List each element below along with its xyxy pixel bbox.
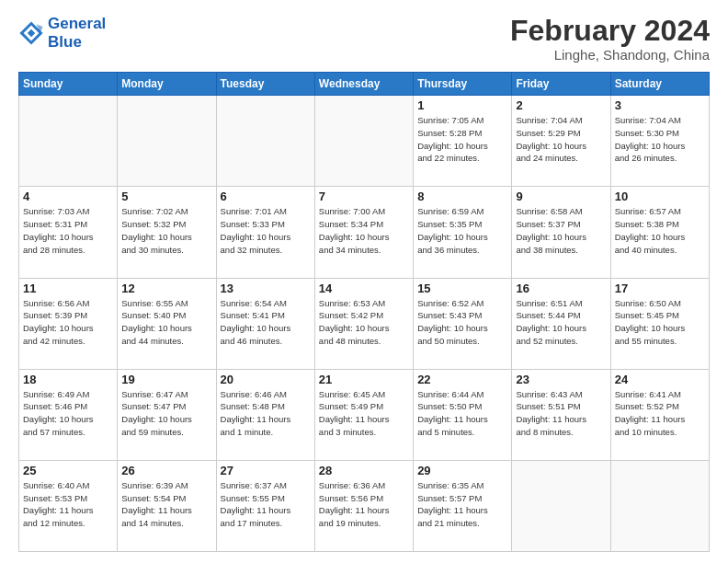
day-of-week-header: Saturday: [610, 73, 709, 96]
day-info: Sunrise: 6:45 AM Sunset: 5:49 PM Dayligh…: [319, 388, 409, 439]
calendar-cell: 1Sunrise: 7:05 AM Sunset: 5:28 PM Daylig…: [414, 96, 512, 187]
calendar-cell: [118, 96, 216, 187]
calendar-cell: [610, 460, 709, 551]
calendar-cell: 8Sunrise: 6:59 AM Sunset: 5:35 PM Daylig…: [414, 187, 512, 278]
page: General Blue February 2024 Linghe, Shand…: [0, 0, 728, 563]
calendar-week-row: 11Sunrise: 6:56 AM Sunset: 5:39 PM Dayli…: [19, 278, 710, 369]
day-info: Sunrise: 6:53 AM Sunset: 5:42 PM Dayligh…: [319, 297, 409, 348]
day-info: Sunrise: 7:04 AM Sunset: 5:30 PM Dayligh…: [615, 114, 705, 165]
calendar-week-row: 25Sunrise: 6:40 AM Sunset: 5:53 PM Dayli…: [19, 460, 710, 551]
calendar-cell: 12Sunrise: 6:55 AM Sunset: 5:40 PM Dayli…: [118, 278, 216, 369]
day-info: Sunrise: 6:47 AM Sunset: 5:47 PM Dayligh…: [121, 388, 211, 439]
day-number: 9: [516, 190, 606, 203]
day-of-week-header: Tuesday: [216, 73, 314, 96]
day-number: 25: [23, 464, 113, 477]
day-info: Sunrise: 6:43 AM Sunset: 5:51 PM Dayligh…: [516, 388, 606, 439]
calendar-week-row: 18Sunrise: 6:49 AM Sunset: 5:46 PM Dayli…: [19, 369, 710, 460]
calendar-header-row: SundayMondayTuesdayWednesdayThursdayFrid…: [19, 73, 710, 96]
calendar-cell: 5Sunrise: 7:02 AM Sunset: 5:32 PM Daylig…: [118, 187, 216, 278]
day-info: Sunrise: 6:56 AM Sunset: 5:39 PM Dayligh…: [23, 297, 113, 348]
day-number: 22: [417, 373, 507, 386]
day-info: Sunrise: 6:58 AM Sunset: 5:37 PM Dayligh…: [516, 205, 606, 256]
day-number: 12: [121, 282, 211, 295]
day-info: Sunrise: 6:37 AM Sunset: 5:55 PM Dayligh…: [221, 479, 311, 530]
day-of-week-header: Wednesday: [314, 73, 413, 96]
calendar-cell: 6Sunrise: 7:01 AM Sunset: 5:33 PM Daylig…: [216, 187, 314, 278]
calendar-cell: 24Sunrise: 6:41 AM Sunset: 5:52 PM Dayli…: [610, 369, 709, 460]
calendar-cell: 13Sunrise: 6:54 AM Sunset: 5:41 PM Dayli…: [216, 278, 314, 369]
day-number: 8: [417, 190, 507, 203]
main-title: February 2024: [510, 15, 710, 47]
day-number: 26: [121, 464, 211, 477]
day-number: 21: [319, 373, 409, 386]
day-info: Sunrise: 6:52 AM Sunset: 5:43 PM Dayligh…: [417, 297, 507, 348]
day-number: 2: [516, 98, 606, 112]
calendar-cell: 10Sunrise: 6:57 AM Sunset: 5:38 PM Dayli…: [610, 187, 709, 278]
day-number: 1: [417, 98, 507, 112]
day-info: Sunrise: 7:05 AM Sunset: 5:28 PM Dayligh…: [417, 114, 507, 165]
calendar-cell: [512, 460, 610, 551]
day-of-week-header: Thursday: [414, 73, 512, 96]
day-number: 3: [615, 98, 705, 112]
day-number: 24: [615, 373, 705, 386]
calendar-cell: 28Sunrise: 6:36 AM Sunset: 5:56 PM Dayli…: [314, 460, 413, 551]
day-info: Sunrise: 6:54 AM Sunset: 5:41 PM Dayligh…: [221, 297, 311, 348]
calendar-cell: 2Sunrise: 7:04 AM Sunset: 5:29 PM Daylig…: [512, 96, 610, 187]
title-block: February 2024 Linghe, Shandong, China: [510, 15, 710, 63]
calendar-cell: 4Sunrise: 7:03 AM Sunset: 5:31 PM Daylig…: [19, 187, 118, 278]
day-info: Sunrise: 6:57 AM Sunset: 5:38 PM Dayligh…: [615, 205, 705, 256]
day-info: Sunrise: 7:03 AM Sunset: 5:31 PM Dayligh…: [23, 205, 113, 256]
calendar-cell: 16Sunrise: 6:51 AM Sunset: 5:44 PM Dayli…: [512, 278, 610, 369]
day-info: Sunrise: 6:36 AM Sunset: 5:56 PM Dayligh…: [319, 479, 409, 530]
calendar-cell: [216, 96, 314, 187]
day-number: 7: [319, 190, 409, 203]
day-info: Sunrise: 6:39 AM Sunset: 5:54 PM Dayligh…: [121, 479, 211, 530]
calendar-cell: 21Sunrise: 6:45 AM Sunset: 5:49 PM Dayli…: [314, 369, 413, 460]
calendar-week-row: 1Sunrise: 7:05 AM Sunset: 5:28 PM Daylig…: [19, 96, 710, 187]
day-number: 13: [221, 282, 311, 295]
day-number: 14: [319, 282, 409, 295]
day-of-week-header: Monday: [118, 73, 216, 96]
day-number: 6: [221, 190, 311, 203]
day-number: 10: [615, 190, 705, 203]
day-number: 11: [23, 282, 113, 295]
day-number: 20: [221, 373, 311, 386]
calendar-cell: 22Sunrise: 6:44 AM Sunset: 5:50 PM Dayli…: [414, 369, 512, 460]
day-number: 18: [23, 373, 113, 386]
header: General Blue February 2024 Linghe, Shand…: [18, 15, 710, 63]
day-info: Sunrise: 7:04 AM Sunset: 5:29 PM Dayligh…: [516, 114, 606, 165]
calendar-cell: [19, 96, 118, 187]
day-info: Sunrise: 6:59 AM Sunset: 5:35 PM Dayligh…: [417, 205, 507, 256]
calendar-cell: 27Sunrise: 6:37 AM Sunset: 5:55 PM Dayli…: [216, 460, 314, 551]
calendar-cell: 7Sunrise: 7:00 AM Sunset: 5:34 PM Daylig…: [314, 187, 413, 278]
day-info: Sunrise: 7:02 AM Sunset: 5:32 PM Dayligh…: [121, 205, 211, 256]
day-number: 5: [121, 190, 211, 203]
calendar-cell: 3Sunrise: 7:04 AM Sunset: 5:30 PM Daylig…: [610, 96, 709, 187]
calendar-cell: 19Sunrise: 6:47 AM Sunset: 5:47 PM Dayli…: [118, 369, 216, 460]
day-number: 23: [516, 373, 606, 386]
calendar-cell: 25Sunrise: 6:40 AM Sunset: 5:53 PM Dayli…: [19, 460, 118, 551]
day-number: 27: [221, 464, 311, 477]
day-number: 17: [615, 282, 705, 295]
calendar-cell: 29Sunrise: 6:35 AM Sunset: 5:57 PM Dayli…: [414, 460, 512, 551]
calendar-cell: 20Sunrise: 6:46 AM Sunset: 5:48 PM Dayli…: [216, 369, 314, 460]
calendar-cell: 11Sunrise: 6:56 AM Sunset: 5:39 PM Dayli…: [19, 278, 118, 369]
day-of-week-header: Sunday: [19, 73, 118, 96]
day-info: Sunrise: 6:55 AM Sunset: 5:40 PM Dayligh…: [121, 297, 211, 348]
day-info: Sunrise: 6:41 AM Sunset: 5:52 PM Dayligh…: [615, 388, 705, 439]
day-number: 16: [516, 282, 606, 295]
day-number: 15: [417, 282, 507, 295]
day-info: Sunrise: 7:00 AM Sunset: 5:34 PM Dayligh…: [319, 205, 409, 256]
day-info: Sunrise: 6:50 AM Sunset: 5:45 PM Dayligh…: [615, 297, 705, 348]
logo: General Blue: [18, 15, 106, 51]
day-info: Sunrise: 6:35 AM Sunset: 5:57 PM Dayligh…: [417, 479, 507, 530]
calendar-week-row: 4Sunrise: 7:03 AM Sunset: 5:31 PM Daylig…: [19, 187, 710, 278]
calendar-cell: 26Sunrise: 6:39 AM Sunset: 5:54 PM Dayli…: [118, 460, 216, 551]
calendar-cell: 23Sunrise: 6:43 AM Sunset: 5:51 PM Dayli…: [512, 369, 610, 460]
day-number: 28: [319, 464, 409, 477]
day-number: 19: [121, 373, 211, 386]
calendar-cell: 14Sunrise: 6:53 AM Sunset: 5:42 PM Dayli…: [314, 278, 413, 369]
day-info: Sunrise: 7:01 AM Sunset: 5:33 PM Dayligh…: [221, 205, 311, 256]
calendar-cell: [314, 96, 413, 187]
logo-text: General Blue: [48, 15, 106, 51]
